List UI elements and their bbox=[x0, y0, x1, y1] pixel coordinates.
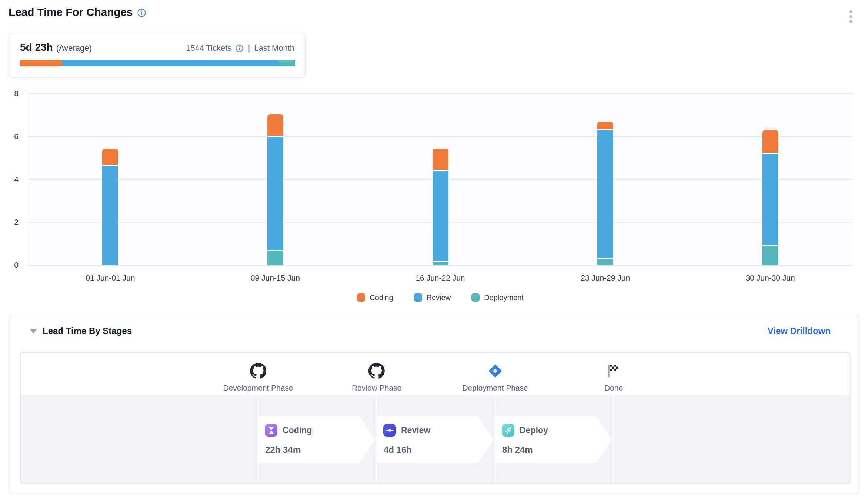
column-divider bbox=[376, 395, 377, 483]
milestone-label: Development Phase bbox=[223, 384, 293, 392]
gridline bbox=[28, 93, 853, 94]
stage-card-deploy[interactable]: Deploy8h 24m bbox=[496, 416, 612, 463]
y-axis-label: 8 bbox=[2, 89, 19, 98]
stage-table: Coding22h 34mReview4d 16hDeploy8h 24m De… bbox=[20, 352, 851, 484]
stages-header: Lead Time By Stages View Drilldown bbox=[30, 326, 831, 336]
milestone-label: Deployment Phase bbox=[462, 384, 528, 392]
milestone-review-phase: Review Phase bbox=[352, 363, 401, 392]
legend-swatch-coding bbox=[357, 293, 365, 302]
y-axis-label: 0 bbox=[2, 261, 19, 269]
legend-label: Deployment bbox=[484, 293, 524, 302]
gridline bbox=[28, 136, 853, 137]
collapse-chevron-icon[interactable] bbox=[30, 329, 37, 334]
stage-card-duration: 8h 24m bbox=[502, 445, 533, 455]
stages-title: Lead Time By Stages bbox=[43, 326, 132, 336]
git-commit-icon bbox=[385, 426, 394, 435]
stage-card-duration: 4d 16h bbox=[384, 445, 412, 455]
finish-flag-icon bbox=[605, 363, 622, 379]
github-icon bbox=[368, 363, 385, 379]
legend-item-coding[interactable]: Coding bbox=[357, 293, 393, 302]
bar-segment-deployment[interactable] bbox=[762, 246, 778, 265]
bar-segment-review[interactable] bbox=[762, 154, 778, 245]
legend-swatch-deployment bbox=[471, 293, 480, 302]
stage-card-duration: 22h 34m bbox=[265, 445, 301, 455]
chart-legend: CodingReviewDeployment bbox=[28, 293, 853, 302]
hourglass-icon bbox=[267, 426, 276, 435]
bar-segment-review[interactable] bbox=[433, 171, 448, 261]
stage-card-label: Deploy bbox=[520, 425, 548, 435]
milestone-label: Review Phase bbox=[352, 384, 401, 392]
stage-card-coding[interactable]: Coding22h 34m bbox=[259, 416, 375, 463]
x-axis-label: 09 Jun-15 Jun bbox=[220, 273, 331, 282]
bar-segment-coding[interactable] bbox=[267, 114, 283, 136]
bar-segment-review[interactable] bbox=[267, 137, 283, 250]
bar-segment-coding[interactable] bbox=[102, 149, 118, 165]
x-axis-label: 23 Jun-29 Jun bbox=[550, 273, 661, 282]
column-divider bbox=[494, 395, 496, 483]
legend-item-deployment[interactable]: Deployment bbox=[471, 293, 524, 302]
bar-segment-deployment[interactable] bbox=[597, 259, 613, 265]
card-icon-wrap bbox=[383, 424, 396, 437]
milestone-development-phase: Development Phase bbox=[223, 363, 293, 392]
y-axis-label: 4 bbox=[2, 175, 19, 184]
card-icon-wrap bbox=[502, 424, 514, 437]
legend-item-review[interactable]: Review bbox=[414, 293, 451, 302]
bar-segment-deployment[interactable] bbox=[267, 251, 283, 265]
milestone-deployment-phase: Deployment Phase bbox=[462, 363, 528, 392]
bar-segment-coding[interactable] bbox=[433, 149, 448, 170]
lead-time-widget: Lead Time For Changes 5d 23h (Average) 1… bbox=[0, 0, 868, 501]
column-divider bbox=[257, 395, 259, 483]
github-icon bbox=[250, 363, 266, 379]
view-drilldown-link[interactable]: View Drilldown bbox=[768, 326, 831, 336]
card-icon-wrap bbox=[265, 424, 277, 437]
x-axis-label: 30 Jun-30 Jun bbox=[715, 273, 826, 282]
stage-card-review[interactable]: Review4d 16h bbox=[377, 416, 494, 463]
x-axis-label: 01 Jun-01 Jun bbox=[55, 273, 166, 282]
legend-label: Coding bbox=[370, 293, 393, 302]
milestone-label: Done bbox=[604, 384, 623, 392]
y-axis-label: 6 bbox=[2, 132, 19, 141]
bar-segment-deployment[interactable] bbox=[433, 262, 448, 265]
bar-segment-review[interactable] bbox=[102, 166, 118, 265]
lead-time-chart: 0246801 Jun-01 Jun09 Jun-15 Jun16 Jun-22… bbox=[0, 0, 868, 311]
legend-label: Review bbox=[427, 293, 451, 302]
legend-swatch-review bbox=[414, 293, 422, 302]
bar-segment-coding[interactable] bbox=[597, 122, 613, 129]
bar-segment-coding[interactable] bbox=[762, 130, 778, 153]
bar-segment-review[interactable] bbox=[597, 130, 613, 258]
x-axis-label: 16 Jun-22 Jun bbox=[385, 273, 496, 282]
stages-panel: Lead Time By Stages View Drilldown Codin… bbox=[9, 315, 859, 494]
stage-card-label: Coding bbox=[283, 425, 312, 435]
stage-card-label: Review bbox=[401, 425, 430, 435]
y-axis-label: 2 bbox=[2, 218, 19, 226]
milestone-done: Done bbox=[604, 363, 623, 392]
jira-diamond-icon bbox=[487, 363, 503, 379]
rocket-icon bbox=[504, 426, 513, 435]
plot-area bbox=[28, 94, 853, 265]
stage-table-body: Coding22h 34mReview4d 16hDeploy8h 24m bbox=[21, 395, 850, 483]
column-divider bbox=[613, 395, 614, 483]
